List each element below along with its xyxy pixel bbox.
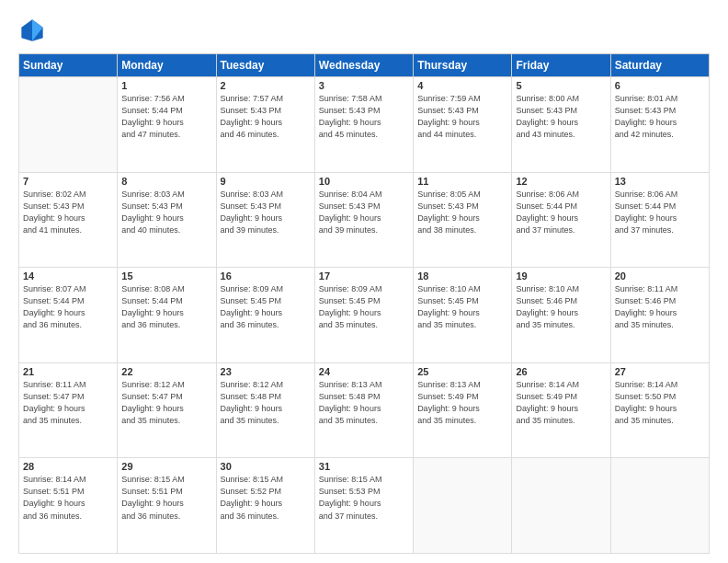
day-info: Sunrise: 7:57 AM Sunset: 5:43 PM Dayligh… [221,93,311,141]
calendar-cell: 22Sunrise: 8:12 AM Sunset: 5:47 PM Dayli… [118,362,216,458]
day-info: Sunrise: 7:58 AM Sunset: 5:43 PM Dayligh… [319,93,409,141]
calendar-cell: 9Sunrise: 8:03 AM Sunset: 5:43 PM Daylig… [216,172,314,268]
day-info: Sunrise: 8:12 AM Sunset: 5:48 PM Dayligh… [221,379,311,427]
day-info: Sunrise: 8:14 AM Sunset: 5:51 PM Dayligh… [23,474,113,522]
calendar-cell: 6Sunrise: 8:01 AM Sunset: 5:43 PM Daylig… [610,77,709,173]
day-number: 20 [615,270,705,282]
calendar-cell [414,458,512,554]
day-number: 22 [121,366,211,377]
day-number: 29 [121,461,211,472]
day-info: Sunrise: 8:13 AM Sunset: 5:49 PM Dayligh… [417,379,507,427]
day-info: Sunrise: 8:11 AM Sunset: 5:46 PM Dayligh… [615,283,705,331]
day-number: 11 [417,176,507,187]
day-number: 3 [319,80,409,91]
calendar-cell [610,458,709,554]
calendar-cell: 5Sunrise: 8:00 AM Sunset: 5:43 PM Daylig… [512,77,610,173]
calendar-cell: 26Sunrise: 8:14 AM Sunset: 5:49 PM Dayli… [512,362,610,458]
day-number: 21 [23,366,113,377]
calendar-cell: 16Sunrise: 8:09 AM Sunset: 5:45 PM Dayli… [216,268,314,363]
calendar-cell: 31Sunrise: 8:15 AM Sunset: 5:53 PM Dayli… [314,458,413,554]
day-number: 28 [23,461,113,472]
day-number: 23 [221,366,311,377]
calendar-cell: 27Sunrise: 8:14 AM Sunset: 5:50 PM Dayli… [610,362,709,458]
day-number: 13 [615,176,705,187]
day-number: 24 [319,366,409,377]
day-info: Sunrise: 8:05 AM Sunset: 5:43 PM Dayligh… [417,189,507,236]
day-number: 15 [121,270,211,282]
calendar-week-row: 7Sunrise: 8:02 AM Sunset: 5:43 PM Daylig… [19,172,710,268]
day-number: 30 [221,461,311,472]
logo [18,17,50,44]
calendar-cell: 21Sunrise: 8:11 AM Sunset: 5:47 PM Dayli… [19,362,118,458]
day-number: 27 [615,366,705,377]
day-info: Sunrise: 8:10 AM Sunset: 5:45 PM Dayligh… [417,283,507,331]
weekday-header-tuesday: Tuesday [216,54,314,77]
calendar-cell: 28Sunrise: 8:14 AM Sunset: 5:51 PM Dayli… [19,458,118,554]
day-number: 26 [516,366,606,377]
calendar-cell [19,77,118,173]
day-info: Sunrise: 8:01 AM Sunset: 5:43 PM Dayligh… [615,93,705,141]
day-info: Sunrise: 8:08 AM Sunset: 5:44 PM Dayligh… [121,283,211,331]
calendar-cell: 20Sunrise: 8:11 AM Sunset: 5:46 PM Dayli… [610,268,709,363]
calendar-cell: 8Sunrise: 8:03 AM Sunset: 5:43 PM Daylig… [118,172,216,268]
calendar-cell: 18Sunrise: 8:10 AM Sunset: 5:45 PM Dayli… [414,268,512,363]
day-number: 9 [221,176,311,187]
calendar-cell: 23Sunrise: 8:12 AM Sunset: 5:48 PM Dayli… [216,362,314,458]
calendar-week-row: 1Sunrise: 7:56 AM Sunset: 5:44 PM Daylig… [19,77,710,173]
calendar-cell: 15Sunrise: 8:08 AM Sunset: 5:44 PM Dayli… [118,268,216,363]
calendar-cell: 11Sunrise: 8:05 AM Sunset: 5:43 PM Dayli… [414,172,512,268]
day-number: 31 [319,461,409,472]
weekday-header-saturday: Saturday [610,54,709,77]
day-number: 16 [221,270,311,282]
day-number: 10 [319,176,409,187]
day-number: 2 [221,80,311,91]
calendar-week-row: 21Sunrise: 8:11 AM Sunset: 5:47 PM Dayli… [19,362,710,458]
day-number: 6 [615,80,705,91]
calendar-cell: 1Sunrise: 7:56 AM Sunset: 5:44 PM Daylig… [118,77,216,173]
day-info: Sunrise: 8:15 AM Sunset: 5:51 PM Dayligh… [121,474,211,522]
calendar-cell: 30Sunrise: 8:15 AM Sunset: 5:52 PM Dayli… [216,458,314,554]
day-info: Sunrise: 8:09 AM Sunset: 5:45 PM Dayligh… [221,283,311,331]
calendar-cell [512,458,610,554]
day-info: Sunrise: 8:02 AM Sunset: 5:43 PM Dayligh… [23,189,113,236]
calendar-cell: 4Sunrise: 7:59 AM Sunset: 5:43 PM Daylig… [414,77,512,173]
calendar-cell: 12Sunrise: 8:06 AM Sunset: 5:44 PM Dayli… [512,172,610,268]
calendar-table: SundayMondayTuesdayWednesdayThursdayFrid… [18,53,710,554]
day-info: Sunrise: 8:15 AM Sunset: 5:53 PM Dayligh… [319,474,409,522]
weekday-header-thursday: Thursday [414,54,512,77]
weekday-header-row: SundayMondayTuesdayWednesdayThursdayFrid… [19,54,710,77]
calendar-cell: 7Sunrise: 8:02 AM Sunset: 5:43 PM Daylig… [19,172,118,268]
day-number: 17 [319,270,409,282]
day-info: Sunrise: 7:59 AM Sunset: 5:43 PM Dayligh… [417,93,507,141]
calendar-cell: 17Sunrise: 8:09 AM Sunset: 5:45 PM Dayli… [314,268,413,363]
day-number: 5 [516,80,606,91]
day-info: Sunrise: 8:04 AM Sunset: 5:43 PM Dayligh… [319,189,409,236]
day-info: Sunrise: 8:03 AM Sunset: 5:43 PM Dayligh… [121,189,211,236]
day-info: Sunrise: 8:14 AM Sunset: 5:50 PM Dayligh… [615,379,705,427]
day-info: Sunrise: 8:12 AM Sunset: 5:47 PM Dayligh… [121,379,211,427]
day-info: Sunrise: 8:03 AM Sunset: 5:43 PM Dayligh… [221,189,311,236]
header [18,17,710,44]
day-number: 25 [417,366,507,377]
day-info: Sunrise: 8:11 AM Sunset: 5:47 PM Dayligh… [23,379,113,427]
day-number: 14 [23,270,113,282]
day-info: Sunrise: 8:13 AM Sunset: 5:48 PM Dayligh… [319,379,409,427]
day-number: 4 [417,80,507,91]
day-number: 8 [121,176,211,187]
day-info: Sunrise: 8:06 AM Sunset: 5:44 PM Dayligh… [516,189,606,236]
calendar-cell: 2Sunrise: 7:57 AM Sunset: 5:43 PM Daylig… [216,77,314,173]
day-info: Sunrise: 8:14 AM Sunset: 5:49 PM Dayligh… [516,379,606,427]
calendar-week-row: 14Sunrise: 8:07 AM Sunset: 5:44 PM Dayli… [19,268,710,363]
day-info: Sunrise: 8:09 AM Sunset: 5:45 PM Dayligh… [319,283,409,331]
calendar-cell: 25Sunrise: 8:13 AM Sunset: 5:49 PM Dayli… [414,362,512,458]
day-number: 19 [516,270,606,282]
weekday-header-sunday: Sunday [19,54,118,77]
calendar-cell: 3Sunrise: 7:58 AM Sunset: 5:43 PM Daylig… [314,77,413,173]
calendar-cell: 19Sunrise: 8:10 AM Sunset: 5:46 PM Dayli… [512,268,610,363]
calendar-cell: 13Sunrise: 8:06 AM Sunset: 5:44 PM Dayli… [610,172,709,268]
day-info: Sunrise: 7:56 AM Sunset: 5:44 PM Dayligh… [121,93,211,141]
day-number: 1 [121,80,211,91]
day-info: Sunrise: 8:15 AM Sunset: 5:52 PM Dayligh… [221,474,311,522]
calendar-cell: 14Sunrise: 8:07 AM Sunset: 5:44 PM Dayli… [19,268,118,363]
weekday-header-wednesday: Wednesday [314,54,413,77]
